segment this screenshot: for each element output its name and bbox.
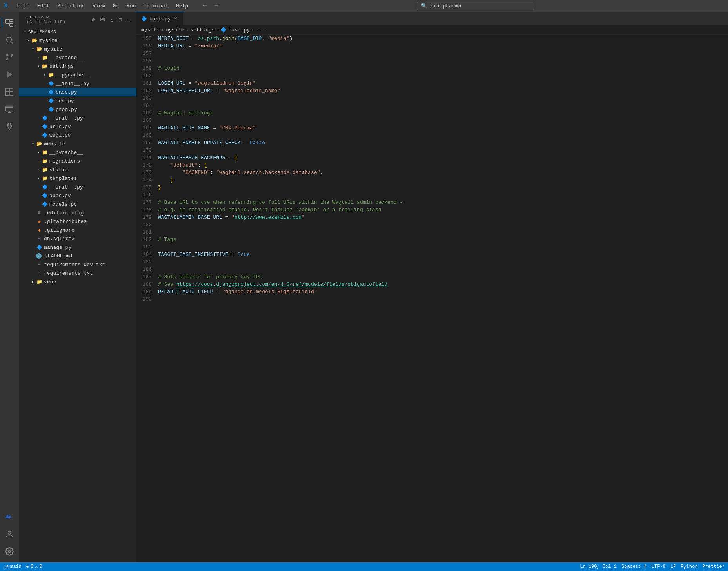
run-debug-activity-icon[interactable] bbox=[2, 67, 17, 82]
menu-file[interactable]: File bbox=[14, 2, 33, 10]
sidebar-item-req-dev[interactable]: ▸ ≡ requirements-dev.txt bbox=[19, 260, 136, 269]
line-content-162[interactable]: LOGIN_REDIRECT_URL = "wagtailadmin_home" bbox=[158, 87, 287, 94]
status-language[interactable]: Python bbox=[681, 564, 697, 569]
menu-view[interactable]: View bbox=[89, 2, 108, 10]
line-content-167[interactable]: WAGTAIL_SITE_NAME = "CRX-Pharma" bbox=[158, 124, 262, 132]
more-actions-icon[interactable]: ⋯ bbox=[125, 16, 132, 24]
new-file-icon[interactable]: ⊕ bbox=[90, 16, 97, 24]
status-spaces[interactable]: Spaces: 4 bbox=[621, 564, 647, 569]
sidebar-item-pycache-1[interactable]: ▸ 📁 __pycache__ bbox=[19, 53, 136, 62]
sidebar-item-pycache-3[interactable]: ▸ 📁 __pycache__ bbox=[19, 148, 136, 157]
code-editor[interactable]: 155 MEDIA_ROOT = os.path.join(BASE_DIR, … bbox=[136, 35, 728, 562]
line-num-173: 173 bbox=[136, 169, 158, 176]
sidebar-item-apps-py[interactable]: ▸ 🔷 apps.py bbox=[19, 191, 136, 200]
breadcrumb-settings[interactable]: settings bbox=[190, 27, 214, 33]
line-content-172[interactable]: "default": { bbox=[158, 161, 213, 169]
line-content-175[interactable]: } bbox=[158, 184, 167, 191]
menu-selection[interactable]: Selection bbox=[54, 2, 88, 10]
explorer-activity-icon[interactable] bbox=[2, 15, 17, 31]
sidebar-item-wsgi-py[interactable]: ▸ 🔷 wsgi.py bbox=[19, 131, 136, 140]
sidebar-item-editorconfig[interactable]: ▸ ≡ .editorconfig bbox=[19, 208, 136, 217]
sidebar-item-dev-py[interactable]: ▸ 🔷 dev.py bbox=[19, 96, 136, 105]
sidebar-item-website[interactable]: ▾ 📂 website bbox=[19, 140, 136, 148]
sidebar-item-db-sqlite[interactable]: ▸ ≡ db.sqlite3 bbox=[19, 234, 136, 243]
sidebar-item-prod-py[interactable]: ▸ 🔷 prod.py bbox=[19, 105, 136, 114]
line-content-178[interactable]: # e.g. in notification emails. Don't inc… bbox=[158, 206, 388, 214]
line-content-171[interactable]: WAGTAILSEARCH_BACKENDS = { bbox=[158, 154, 244, 161]
git-file-icon-ignore: ◆ bbox=[36, 227, 42, 233]
tab-base-py[interactable]: 🔷 base.py × bbox=[136, 12, 183, 25]
status-eol[interactable]: LF bbox=[670, 564, 676, 569]
sidebar-item-readme[interactable]: ▸ i README.md bbox=[19, 252, 136, 260]
line-content-188[interactable]: # See https://docs.djangoproject.com/en/… bbox=[158, 281, 394, 288]
menu-terminal[interactable]: Terminal bbox=[141, 2, 171, 10]
line-content-182[interactable]: # Tags bbox=[158, 236, 183, 243]
line-content-189[interactable]: DEFAULT_AUTO_FIELD = "django.db.models.B… bbox=[158, 288, 323, 295]
sidebar-item-req[interactable]: ▸ ≡ requirements.txt bbox=[19, 269, 136, 277]
line-content-174[interactable]: } bbox=[158, 176, 180, 184]
readme-info-icon: i bbox=[36, 253, 42, 259]
workspace-root[interactable]: ▾ CRX-PHARMA bbox=[19, 27, 136, 36]
sidebar-item-base-py[interactable]: ▸ 🔷 base.py bbox=[19, 88, 136, 96]
sidebar-item-pycache-2[interactable]: ▸ 📁 __pycache__ bbox=[19, 71, 136, 79]
sidebar-item-gitattributes[interactable]: ▸ ◆ .gitattributes bbox=[19, 217, 136, 226]
line-content-155[interactable]: MEDIA_ROOT = os.path.join(BASE_DIR, "med… bbox=[158, 35, 299, 42]
sidebar-item-mysite-inner[interactable]: ▾ 📂 mysite bbox=[19, 45, 136, 53]
sidebar-item-mysite-root[interactable]: ▾ 📂 mysite bbox=[19, 36, 136, 45]
breadcrumb-mysite-1[interactable]: mysite bbox=[141, 27, 160, 33]
sidebar-item-migrations[interactable]: ▸ 📁 migrations bbox=[19, 157, 136, 165]
testing-activity-icon[interactable] bbox=[2, 118, 17, 134]
line-content-184[interactable]: TAGGIT_CASE_INSENSITIVE = True bbox=[158, 251, 256, 258]
menu-go[interactable]: Go bbox=[109, 2, 122, 10]
sidebar-item-settings[interactable]: ▾ 📂 settings bbox=[19, 62, 136, 71]
accounts-activity-icon[interactable] bbox=[2, 526, 17, 542]
line-content-173[interactable]: "BACKEND": "wagtail.search.backends.data… bbox=[158, 169, 329, 176]
line-content-156[interactable]: MEDIA_URL = "/media/" bbox=[158, 42, 229, 50]
search-activity-icon[interactable] bbox=[2, 32, 17, 48]
refresh-icon[interactable]: ↻ bbox=[109, 16, 115, 24]
menu-edit[interactable]: Edit bbox=[34, 2, 53, 10]
line-content-165[interactable]: # Wagtail settings bbox=[158, 109, 219, 117]
breadcrumb-mysite-2[interactable]: mysite bbox=[166, 27, 184, 33]
py-file-icon-prod: 🔷 bbox=[48, 106, 54, 112]
menu-run[interactable]: Run bbox=[123, 2, 139, 10]
folder-open-icon-inner: 📂 bbox=[36, 46, 42, 52]
sidebar-item-init-settings[interactable]: ▸ 🔷 __init__.py bbox=[19, 79, 136, 88]
line-content-159[interactable]: # Login bbox=[158, 65, 186, 72]
explorer-title: EXPLORER (Ctrl+Shift+E) bbox=[27, 15, 90, 24]
nav-back-button[interactable]: ← bbox=[201, 2, 209, 10]
remote-explorer-activity-icon[interactable] bbox=[2, 101, 17, 117]
status-formatter[interactable]: Prettier bbox=[702, 564, 725, 569]
menu-help[interactable]: Help bbox=[173, 2, 191, 10]
sidebar-item-models-py[interactable]: ▸ 🔷 models.py bbox=[19, 200, 136, 208]
new-folder-icon[interactable]: 🗁 bbox=[98, 16, 107, 24]
sidebar-item-manage-py[interactable]: ▸ 🔷 manage.py bbox=[19, 243, 136, 252]
source-control-activity-icon[interactable] bbox=[2, 49, 17, 65]
pycache3-label: __pycache__ bbox=[49, 150, 83, 156]
settings-activity-icon[interactable] bbox=[2, 544, 17, 559]
nav-forward-button[interactable]: → bbox=[212, 2, 221, 10]
collapse-all-icon[interactable]: ⊟ bbox=[117, 16, 123, 24]
breadcrumb-ellipsis[interactable]: ... bbox=[256, 27, 265, 33]
extensions-activity-icon[interactable] bbox=[2, 84, 17, 100]
line-content-179[interactable]: WAGTAILADMIN_BASE_URL = "http://www.exam… bbox=[158, 214, 311, 221]
tab-close-button[interactable]: × bbox=[173, 16, 178, 22]
breadcrumb-base-py[interactable]: base.py bbox=[228, 27, 250, 33]
sidebar-item-templates[interactable]: ▸ 📁 templates bbox=[19, 174, 136, 183]
sidebar-item-urls-py[interactable]: ▸ 🔷 urls.py bbox=[19, 122, 136, 131]
sidebar-item-gitignore[interactable]: ▸ ◆ .gitignore bbox=[19, 226, 136, 234]
status-position[interactable]: Ln 190, Col 1 bbox=[580, 564, 617, 569]
sidebar-item-init-mysite[interactable]: ▸ 🔷 __init__.py bbox=[19, 114, 136, 122]
status-encoding[interactable]: UTF-8 bbox=[652, 564, 666, 569]
line-content-177[interactable]: # Base URL to use when referring to full… bbox=[158, 199, 409, 206]
sidebar-item-static[interactable]: ▸ 📁 static bbox=[19, 165, 136, 174]
line-content-169[interactable]: WAGTAIL_ENABLE_UPDATE_CHECK = False bbox=[158, 139, 271, 147]
sidebar-item-venv[interactable]: ▸ 📁 venv bbox=[19, 277, 136, 286]
docker-activity-icon[interactable] bbox=[2, 509, 17, 525]
sidebar-item-init-website[interactable]: ▸ 🔷 __init__.py bbox=[19, 183, 136, 191]
line-content-187[interactable]: # Sets default for primary key IDs bbox=[158, 273, 268, 281]
status-errors[interactable]: ⊗ 0 ⚠ 0 bbox=[26, 564, 42, 570]
line-content-161[interactable]: LOGIN_URL = "wagtailadmin_login" bbox=[158, 80, 262, 87]
global-search-box[interactable]: 🔍 crx-pharma bbox=[417, 2, 534, 10]
status-branch[interactable]: ⎇ main bbox=[3, 564, 22, 570]
